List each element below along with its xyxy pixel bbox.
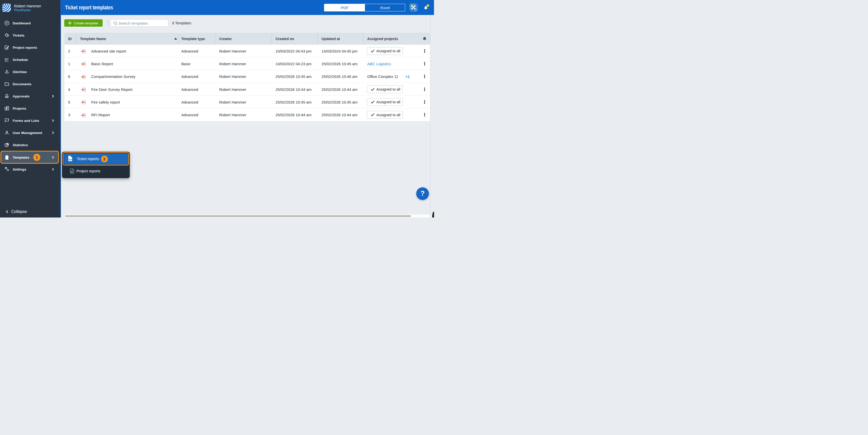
svg-text:PDF: PDF [68, 159, 72, 161]
